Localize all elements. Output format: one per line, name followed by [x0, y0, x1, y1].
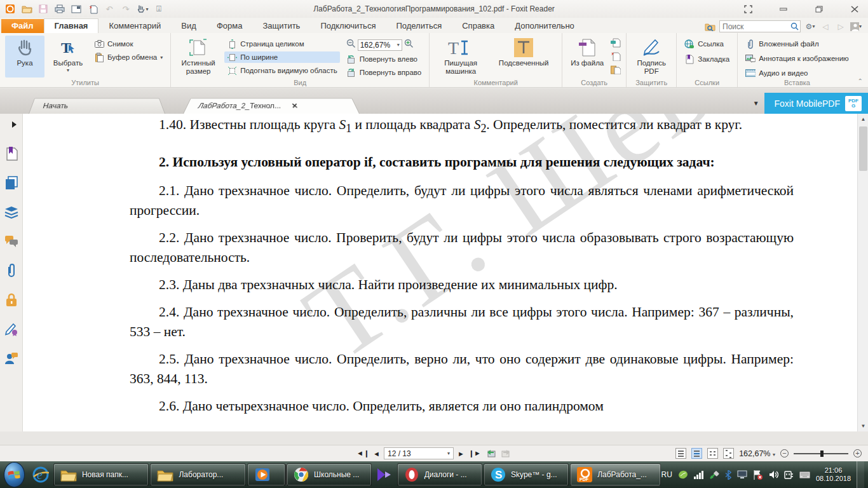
signal-bars-icon[interactable] — [694, 471, 704, 479]
create-pdf-button[interactable] — [86, 3, 99, 15]
close-button[interactable] — [846, 3, 863, 15]
select-dropdown-arrow[interactable]: ▾ — [67, 67, 69, 73]
kmplayer-icon[interactable] — [375, 463, 393, 486]
security-panel-icon[interactable] — [4, 293, 18, 307]
share-comments-panel-icon[interactable] — [4, 351, 18, 365]
scroll-up-icon[interactable]: ▲ — [858, 114, 868, 125]
sign-pdf-button[interactable]: Подпись PDF — [632, 36, 671, 78]
search-input[interactable] — [720, 22, 789, 31]
hand-tool-quick-button[interactable]: ▾ — [136, 3, 149, 15]
print-button[interactable] — [53, 3, 66, 15]
action-center-flag-icon[interactable] — [753, 470, 763, 480]
antivirus-leaf-icon[interactable] — [678, 470, 688, 479]
zoom-slider-knob[interactable] — [820, 451, 824, 457]
history-back-icon[interactable]: ◁ — [820, 21, 831, 32]
fullscreen-icon[interactable] — [740, 3, 756, 15]
next-view-icon[interactable] — [500, 448, 512, 459]
scroll-down-icon[interactable]: ▼ — [858, 421, 868, 431]
power-plug-icon[interactable] — [784, 470, 794, 480]
customize-toolbar-button[interactable]: ⍗ — [153, 3, 165, 15]
bookmarks-panel-icon[interactable] — [4, 147, 18, 161]
comments-panel-icon[interactable] — [4, 234, 18, 248]
snapshot-button[interactable]: Снимок — [92, 38, 165, 50]
fit-width-button[interactable]: По ширине — [224, 51, 340, 63]
layers-panel-icon[interactable] — [4, 205, 18, 219]
rotate-left-button[interactable]: Повернуть влево — [344, 53, 424, 65]
tab-protect[interactable]: Защитить — [252, 19, 310, 33]
tab-extra[interactable]: Дополнительно — [505, 19, 585, 33]
page-number-field[interactable]: 12 / 13▾ — [384, 447, 454, 459]
attachments-panel-icon[interactable] — [4, 264, 18, 278]
link-button[interactable]: Ссылка — [682, 38, 732, 50]
undo-button[interactable]: ↶ — [103, 3, 116, 15]
create-blank-icon[interactable] — [611, 51, 621, 64]
tab-comment[interactable]: Комментарий — [98, 19, 171, 33]
bookmark-button[interactable]: Закладка — [682, 53, 732, 65]
facing-view-icon[interactable] — [707, 448, 718, 459]
volume-icon[interactable] — [769, 470, 778, 479]
ribbon-zoom-combobox[interactable]: 162,67%▾ — [358, 39, 402, 51]
clipboard-button[interactable]: Буфер обмена ▾ — [92, 51, 165, 63]
continuous-view-icon[interactable] — [691, 448, 702, 459]
search-box[interactable] — [719, 20, 801, 32]
create-from-scanner-icon[interactable] — [611, 38, 621, 50]
zoom-in-icon[interactable] — [404, 39, 414, 51]
usb-device-icon[interactable] — [710, 470, 719, 479]
tab-form[interactable]: Форма — [207, 19, 253, 33]
fit-visible-button[interactable]: Подогнать видимую область — [224, 65, 340, 76]
document-page[interactable]: Т.Г. Шевченко 1.40. Известны площадь кру… — [23, 114, 857, 431]
vertical-scrollbar[interactable]: ▲ ▼ — [857, 114, 868, 431]
display-icon[interactable] — [737, 470, 747, 479]
hand-tool-dropdown-arrow[interactable]: ▾ — [146, 6, 148, 12]
taskbar-button-foxit[interactable]: PDF ЛабРабота_... — [570, 463, 660, 486]
tab-file[interactable]: Файл — [1, 19, 44, 33]
taskbar-button-skype[interactable]: S Skype™ - g... — [484, 463, 569, 486]
zoom-slider[interactable] — [794, 453, 848, 454]
scrollbar-thumb[interactable] — [859, 126, 867, 171]
open-file-button[interactable] — [20, 3, 33, 15]
taskbar-button-media-player[interactable] — [247, 463, 285, 486]
keyboard-icon[interactable] — [799, 471, 810, 478]
attach-file-button[interactable]: Вложенный файл — [743, 38, 851, 50]
pages-panel-icon[interactable] — [4, 176, 18, 190]
select-tool-button[interactable]: T Выбрать ▾ — [48, 36, 88, 78]
start-button[interactable] — [4, 462, 25, 487]
first-page-icon[interactable]: ◄❙ — [356, 449, 369, 458]
image-annotation-button[interactable]: Аннотация к изображению — [743, 53, 851, 64]
actual-size-button[interactable]: Истинный размер — [176, 36, 220, 78]
taskbar-button-opera[interactable]: Диалоги - ... — [397, 463, 482, 486]
status-zoom-value[interactable]: 162,67% ▾ — [739, 449, 775, 458]
search-folder-icon[interactable] — [704, 21, 715, 32]
tab-current-document[interactable]: ЛабРабота_2_Технол... ✕ — [183, 98, 360, 114]
taskbar-clock[interactable]: 21:06 08.10.2018 — [816, 466, 851, 483]
taskbar-button-folder-2[interactable]: Лаборатор... — [150, 463, 246, 486]
account-avatar-icon[interactable]: ▾ — [850, 21, 862, 32]
tab-list-dropdown-icon[interactable]: ▼ — [753, 100, 759, 107]
fit-page-button[interactable]: Страница целиком — [224, 38, 340, 50]
tab-connect[interactable]: Подключиться — [310, 19, 386, 33]
bluetooth-icon[interactable] — [725, 470, 731, 480]
signatures-panel-icon[interactable] — [4, 322, 18, 336]
history-forward-icon[interactable]: ▷ — [835, 21, 846, 32]
expand-panel-icon[interactable] — [7, 118, 21, 132]
audio-video-button[interactable]: Аудио и видео — [743, 67, 851, 79]
save-button[interactable] — [37, 3, 50, 15]
typewriter-button[interactable]: T Пишущая машинка — [435, 36, 487, 78]
previous-view-icon[interactable] — [485, 448, 496, 459]
highlight-text-button[interactable]: Подсвеченный — [491, 36, 557, 78]
tab-view[interactable]: Вид — [171, 19, 207, 33]
minimize-button[interactable] — [775, 3, 792, 15]
zoom-in-plus-icon[interactable]: + — [853, 449, 862, 458]
redo-button[interactable]: ↷ — [119, 3, 132, 15]
taskbar-button-chrome[interactable]: Школьные ... — [287, 463, 372, 486]
create-from-clipboard-icon[interactable] — [611, 65, 621, 77]
taskbar-button-folder-1[interactable]: Новая папк... — [53, 463, 149, 486]
tab-help[interactable]: Справка — [452, 19, 505, 33]
close-tab-icon[interactable]: ✕ — [291, 102, 298, 110]
foxit-mobilepdf-button[interactable]: Foxit MobilePDF PDFG — [764, 93, 868, 114]
language-indicator[interactable]: RU — [661, 470, 672, 479]
settings-gear-icon[interactable]: ⚙▾ — [804, 21, 816, 32]
clipboard-dropdown-arrow[interactable]: ▾ — [160, 55, 163, 60]
zoom-out-icon[interactable] — [346, 39, 356, 51]
tab-home[interactable]: Главная — [44, 18, 99, 33]
